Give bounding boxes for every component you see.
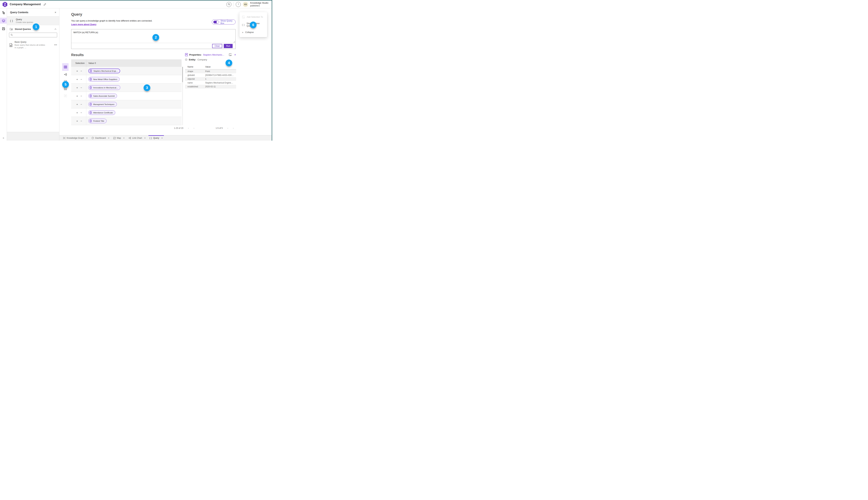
edit-title-icon[interactable] (44, 3, 46, 6)
results-table-header: Selection Value 0 (71, 59, 182, 67)
page-title: Company Management (10, 3, 41, 6)
tab-dashboard[interactable]: Dashboard ✕ (90, 135, 111, 141)
add-to-selection-button[interactable]: + (76, 78, 78, 81)
tab-query[interactable]: { } Query ✕ (148, 135, 165, 141)
previous-page-icon[interactable]: ‹ (227, 127, 228, 129)
property-row[interactable]: objectid 1 (185, 77, 236, 81)
stored-queries-folder-icon (10, 27, 13, 31)
chevron-up-icon[interactable] (55, 29, 56, 30)
stored-queries-label: Stored Queries (15, 28, 31, 30)
toggle-on-icon (213, 21, 219, 23)
braces-icon: { } (10, 19, 13, 22)
stored-query-item[interactable]: Basic Query Basic query that returns all… (7, 39, 59, 51)
remove-from-selection-button[interactable]: − (81, 111, 82, 114)
add-selection-icon[interactable] (229, 53, 231, 56)
table-scrollbar[interactable] (182, 67, 183, 125)
remove-from-selection-button[interactable]: − (81, 120, 82, 122)
entity-point-icon (90, 111, 92, 114)
table-row: + − Innovations in Mechanical... (71, 83, 182, 92)
next-page-icon[interactable]: › (194, 127, 194, 129)
rail-item-layers[interactable] (0, 18, 7, 24)
menu-item-add-selection-to[interactable]: Add Selection To (239, 14, 267, 20)
next-page-icon[interactable]: › (233, 127, 234, 129)
entity-pill[interactable]: Firebird Title (88, 118, 106, 123)
user-avatar[interactable]: KS (243, 2, 248, 7)
add-to-selection-button[interactable]: + (76, 111, 78, 114)
remove-from-selection-button[interactable]: − (81, 78, 82, 81)
property-row[interactable]: globalid {5D9B4713-F98D-4A53-A59F-C1... (185, 73, 236, 77)
property-row[interactable]: name Staplers Mechanical Engineering (185, 81, 236, 85)
dashboard-icon (91, 137, 94, 139)
add-to-selection-button[interactable]: + (76, 86, 78, 89)
prop-column-name: Name (187, 66, 205, 68)
results-table: Selection Value 0 + − Staplers Mechanica… (71, 59, 182, 125)
show-query-box-toggle[interactable]: Show Query Box (212, 20, 236, 24)
double-chevron-icon: » (242, 31, 243, 34)
rail-item-save[interactable] (0, 26, 7, 32)
collapse-rail-icon[interactable]: » (0, 136, 7, 139)
braces-icon: { } (242, 23, 244, 26)
rail-item-hierarchy[interactable] (0, 10, 7, 16)
tab-map[interactable]: Map ✕ (112, 135, 127, 141)
entity-pill[interactable]: Staplers Mechanical Engi... (88, 69, 120, 73)
entity-pill[interactable]: New Metal Office Suppliers (88, 77, 119, 82)
stored-query-description: Basic query that returns all entities in… (14, 44, 47, 49)
link-chart-view-button[interactable] (62, 71, 69, 78)
close-icon[interactable]: ✕ (108, 137, 110, 139)
panel-title: Query Contents (10, 11, 28, 14)
entity-pill[interactable]: Innovations in Mechanical... (88, 85, 120, 90)
search-button[interactable] (226, 2, 231, 7)
close-icon[interactable]: ✕ (86, 137, 88, 139)
selected-entity-link[interactable]: Staplers Mechanic... (203, 54, 224, 56)
map-icon (113, 137, 116, 139)
clear-button[interactable]: Clear (212, 44, 222, 48)
knowledge-graph-icon (63, 137, 66, 139)
selection-tool-button[interactable] (62, 92, 69, 99)
knowledge-studio-app: Company Management ? KS Knowledge Studio… (0, 0, 272, 141)
scrollbar-thumb[interactable] (182, 67, 183, 82)
entity-pill[interactable]: Attendance Certificate (88, 110, 115, 115)
item-options-icon[interactable]: ••• (54, 44, 57, 46)
help-button[interactable]: ? (236, 2, 241, 7)
close-icon[interactable]: ✕ (123, 137, 125, 139)
resize-handle[interactable] (233, 41, 235, 43)
table-view-button[interactable] (62, 63, 69, 71)
add-to-selection-button[interactable]: + (76, 69, 78, 72)
table-row: + − Managment Techniques (71, 100, 182, 109)
remove-from-selection-button[interactable]: − (81, 86, 82, 89)
remove-from-selection-button[interactable]: − (81, 69, 82, 72)
tab-link-chart[interactable]: Link Chart ✕ (127, 135, 148, 141)
close-icon[interactable]: ✕ (234, 54, 236, 56)
properties-page-range: 1-5 of 5 (216, 127, 223, 129)
search-input[interactable] (14, 34, 56, 36)
add-to-selection-button[interactable]: + (76, 103, 78, 106)
query-contents-item-query[interactable]: { } Query Create new queries (7, 16, 59, 25)
entity-pill[interactable]: Sales Associate Summit (88, 93, 117, 98)
query-heading: Query (71, 12, 82, 17)
tab-knowledge-graph[interactable]: Knowledge Graph ✕ (61, 135, 90, 141)
entity-point-icon (90, 94, 92, 98)
entity-pill[interactable]: Managment Techniques (88, 102, 117, 106)
learn-more-link[interactable]: Learn more about Query (71, 23, 96, 26)
close-icon[interactable]: ✕ (144, 137, 146, 139)
add-to-selection-button[interactable]: + (76, 94, 78, 98)
stored-queries-search[interactable] (9, 33, 57, 37)
property-row[interactable]: shape Point (185, 69, 236, 73)
remove-from-selection-button[interactable]: − (81, 94, 82, 98)
table-icon (64, 66, 67, 68)
property-row[interactable]: established 2020-02-11 (185, 85, 236, 89)
layers-icon (2, 19, 5, 22)
previous-page-icon[interactable]: ‹ (188, 127, 189, 129)
search-icon (11, 34, 13, 36)
entity-point-icon (90, 86, 92, 89)
close-icon[interactable]: ✕ (161, 137, 163, 139)
remove-from-selection-button[interactable]: − (81, 103, 82, 106)
app-logo-icon[interactable] (3, 2, 7, 7)
menu-item-collapse[interactable]: » Collapse (239, 29, 267, 36)
run-button[interactable]: Run (224, 44, 233, 48)
user-info[interactable]: Knowledge Studio publisher2 (250, 2, 269, 7)
query-text: MATCH (e) RETURN (e) (73, 31, 98, 34)
add-to-selection-button[interactable]: + (76, 120, 78, 122)
close-icon[interactable]: ✕ (55, 11, 56, 14)
app-header: Company Management ? KS Knowledge Studio… (0, 1, 272, 8)
